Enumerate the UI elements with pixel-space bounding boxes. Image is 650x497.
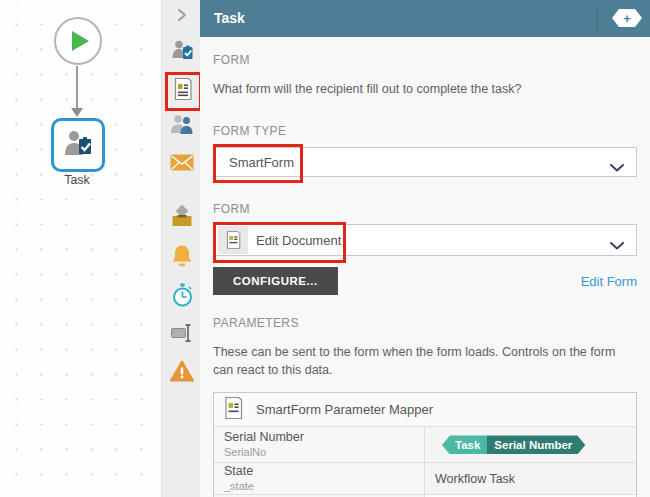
chevron-down-icon xyxy=(610,236,624,254)
parameter-name: Serial Number xyxy=(224,430,414,446)
field-tag[interactable]: Task Serial Number xyxy=(442,435,585,454)
voting-icon[interactable] xyxy=(170,204,194,228)
form-section-description: What form will the recipient fill out to… xyxy=(213,80,637,98)
timer-icon[interactable] xyxy=(170,283,194,307)
chevron-down-icon xyxy=(610,158,624,176)
form-type-dropdown[interactable]: SmartForm xyxy=(213,147,637,177)
task-user-icon[interactable] xyxy=(170,38,194,62)
parameter-value: Workflow Task xyxy=(435,472,515,486)
form-label: FORM xyxy=(213,202,637,216)
parameters-section-heading: PARAMETERS xyxy=(213,316,637,330)
email-icon[interactable] xyxy=(170,150,194,174)
flow-connector-arrowhead xyxy=(71,108,83,117)
parameter-name-cell: State _state xyxy=(214,463,425,494)
parameter-value-cell[interactable]: Task Serial Number xyxy=(425,427,636,462)
tag-field: Serial Number xyxy=(487,435,585,454)
start-node[interactable] xyxy=(54,17,102,65)
smartform-doc-icon xyxy=(218,226,248,254)
form-type-label: FORM TYPE xyxy=(213,124,637,138)
parameter-value-cell[interactable]: Workflow Task xyxy=(425,463,636,494)
tag-context: Task xyxy=(442,435,487,454)
parameter-sub-label: _state xyxy=(224,480,414,493)
parameter-sub-label: SerialNo xyxy=(224,446,414,459)
form-dropdown[interactable]: Edit Document xyxy=(213,224,637,256)
parameter-row: Serial Number SerialNo Task Serial Numbe… xyxy=(214,427,636,463)
error-icon[interactable] xyxy=(170,359,194,383)
notification-icon[interactable] xyxy=(170,244,194,268)
panel-body: FORM What form will the recipient fill o… xyxy=(200,37,650,497)
recipients-icon[interactable] xyxy=(170,112,194,136)
parameter-mapper-header: SmartForm Parameter Mapper xyxy=(214,393,636,427)
form-section-heading: FORM xyxy=(213,53,637,67)
header-divider xyxy=(597,5,598,32)
task-node-label: Task xyxy=(27,173,127,187)
panel-header: Task + xyxy=(200,0,650,37)
parameters-description: These can be sent to the form when the f… xyxy=(213,343,637,379)
workflow-canvas[interactable]: Task xyxy=(0,0,161,497)
form-type-value: SmartForm xyxy=(229,155,294,170)
panel-title: Task xyxy=(214,0,245,37)
parameter-row: State _state Workflow Task xyxy=(214,463,636,495)
smartform-doc-icon xyxy=(223,396,243,424)
parameter-name: State xyxy=(224,464,414,480)
rename-icon[interactable] xyxy=(170,321,194,345)
task-user-clipboard-icon xyxy=(62,128,94,162)
form-value: Edit Document xyxy=(256,233,341,248)
add-button[interactable]: + xyxy=(612,9,642,27)
play-icon xyxy=(72,31,89,51)
parameter-mapper: SmartForm Parameter Mapper Serial Number… xyxy=(213,392,637,497)
form-icon[interactable] xyxy=(170,77,194,101)
edit-form-link[interactable]: Edit Form xyxy=(581,274,637,289)
step-config-toolbar xyxy=(161,0,200,497)
task-node[interactable] xyxy=(51,118,105,172)
parameter-name-cell: Serial Number SerialNo xyxy=(214,427,425,462)
expand-panel-chevron-icon[interactable] xyxy=(173,6,191,24)
flow-connector-line xyxy=(76,66,78,109)
parameter-mapper-title: SmartForm Parameter Mapper xyxy=(256,402,433,417)
configure-button[interactable]: CONFIGURE... xyxy=(213,267,338,295)
workflow-designer: Task xyxy=(0,0,650,497)
